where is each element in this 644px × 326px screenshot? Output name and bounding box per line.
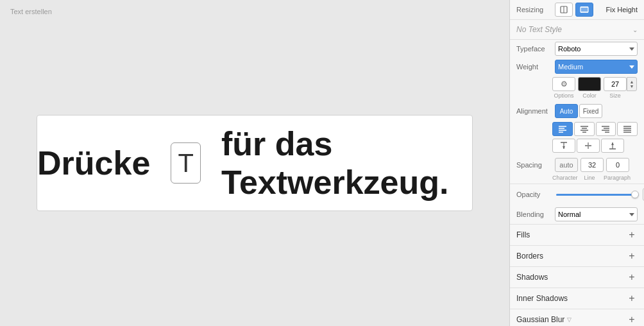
- borders-add-btn[interactable]: +: [626, 250, 638, 262]
- text-align-right-btn[interactable]: [596, 122, 616, 136]
- opacity-label: Opacity: [516, 191, 552, 198]
- canvas-area: Text erstellen Drücke T für das Textwerk…: [0, 0, 509, 326]
- gaussian-blur-label: Gaussian Blur: [516, 315, 564, 324]
- options-labels: Options Color Size: [510, 92, 644, 101]
- inner-shadows-label: Inner Shadows: [516, 294, 568, 303]
- svg-marker-23: [563, 146, 565, 149]
- typeface-select[interactable]: Roboto: [555, 42, 638, 56]
- vert-align-row: [510, 137, 644, 155]
- opacity-slider[interactable]: [556, 194, 639, 196]
- vert-align-middle-btn[interactable]: [577, 139, 600, 153]
- align-auto-btn[interactable]: Auto: [555, 104, 578, 118]
- typeface-label: Typeface: [516, 45, 552, 53]
- card-t-letter: T: [178, 149, 193, 178]
- size-stepper[interactable]: ▲ ▼: [627, 77, 637, 91]
- spacing-labels: Character Line Paragraph: [510, 175, 644, 184]
- vert-align-bottom-btn[interactable]: [601, 139, 624, 153]
- svg-marker-29: [611, 142, 614, 145]
- text-style-label: No Text Style: [516, 25, 562, 34]
- card-text-left: Drücke: [37, 144, 150, 182]
- fix-height-label: Fix Height: [606, 6, 638, 13]
- gaussian-left: Gaussian Blur ▽: [516, 315, 572, 324]
- borders-row[interactable]: Borders +: [510, 246, 644, 267]
- fills-row[interactable]: Fills +: [510, 225, 644, 246]
- character-label-text: Character: [552, 175, 575, 181]
- weight-row: Weight Medium: [510, 58, 644, 76]
- line-label-text: Line: [578, 175, 601, 181]
- svg-rect-2: [580, 7, 588, 12]
- options-color-size-row: ⚙ ▲ ▼: [510, 76, 644, 92]
- text-align-row: [510, 121, 644, 137]
- shadows-add-btn[interactable]: +: [626, 271, 638, 283]
- size-input[interactable]: [604, 77, 627, 91]
- shadows-row[interactable]: Shadows +: [510, 267, 644, 288]
- resize-fixheight-btn[interactable]: [575, 3, 593, 17]
- size-label-text: Size: [604, 92, 627, 99]
- character-spacing-input[interactable]: [555, 158, 578, 172]
- resize-auto-btn[interactable]: [555, 3, 573, 17]
- options-button[interactable]: ⚙: [552, 77, 575, 91]
- alignment-group: Auto Fixed: [555, 104, 602, 118]
- color-label-text: Color: [578, 92, 601, 99]
- resizing-row: Resizing Fix Height: [510, 0, 644, 20]
- blending-row: Blending Normal: [510, 205, 644, 225]
- gaussian-blur-row[interactable]: Gaussian Blur ▽ +: [510, 309, 644, 326]
- resizing-label: Resizing: [516, 6, 551, 13]
- borders-label: Borders: [516, 252, 543, 261]
- vert-align-top-btn[interactable]: [552, 139, 575, 153]
- shadows-label: Shadows: [516, 273, 548, 282]
- align-fixed-btn[interactable]: Fixed: [579, 104, 602, 118]
- line-spacing-input[interactable]: [580, 158, 604, 172]
- inner-shadows-row[interactable]: Inner Shadows +: [510, 288, 644, 309]
- card-text-right: für das Textwerkzeug.: [221, 124, 472, 202]
- paragraph-spacing-input[interactable]: [606, 158, 629, 172]
- gaussian-chevron-icon: ▽: [567, 316, 572, 323]
- spacing-label: Spacing: [516, 161, 552, 169]
- blending-label: Blending: [516, 210, 552, 218]
- alignment-label: Alignment: [516, 107, 552, 115]
- paragraph-label-text: Paragraph: [604, 175, 627, 181]
- opacity-row: Opacity: [510, 184, 644, 205]
- typeface-row: Typeface Roboto: [510, 40, 644, 58]
- gear-icon: ⚙: [561, 80, 568, 89]
- canvas-card: Drücke T für das Textwerkzeug.: [37, 115, 473, 211]
- text-align-center-btn[interactable]: [574, 122, 595, 136]
- right-panel: Resizing Fix Height No Text Style ⌄: [509, 0, 644, 326]
- resize-icons: [555, 3, 600, 17]
- weight-select[interactable]: Medium: [555, 60, 638, 74]
- weight-label: Weight: [516, 63, 552, 71]
- alignment-row: Alignment Auto Fixed: [510, 101, 644, 121]
- gaussian-blur-add-btn[interactable]: +: [626, 314, 638, 325]
- canvas-label: Text erstellen: [10, 8, 52, 15]
- blending-select[interactable]: Normal: [555, 207, 638, 221]
- text-align-left-btn[interactable]: [552, 122, 573, 136]
- text-style-row[interactable]: No Text Style ⌄: [510, 20, 644, 40]
- text-align-justify-btn[interactable]: [617, 122, 638, 136]
- fills-label: Fills: [516, 230, 530, 239]
- chevron-down-icon: ⌄: [632, 26, 638, 33]
- fills-add-btn[interactable]: +: [626, 229, 638, 241]
- spacing-row: Spacing: [510, 155, 644, 175]
- inner-shadows-add-btn[interactable]: +: [626, 293, 638, 304]
- card-t-box: T: [171, 142, 201, 184]
- color-swatch[interactable]: [578, 77, 601, 91]
- options-label-text: Options: [552, 92, 575, 99]
